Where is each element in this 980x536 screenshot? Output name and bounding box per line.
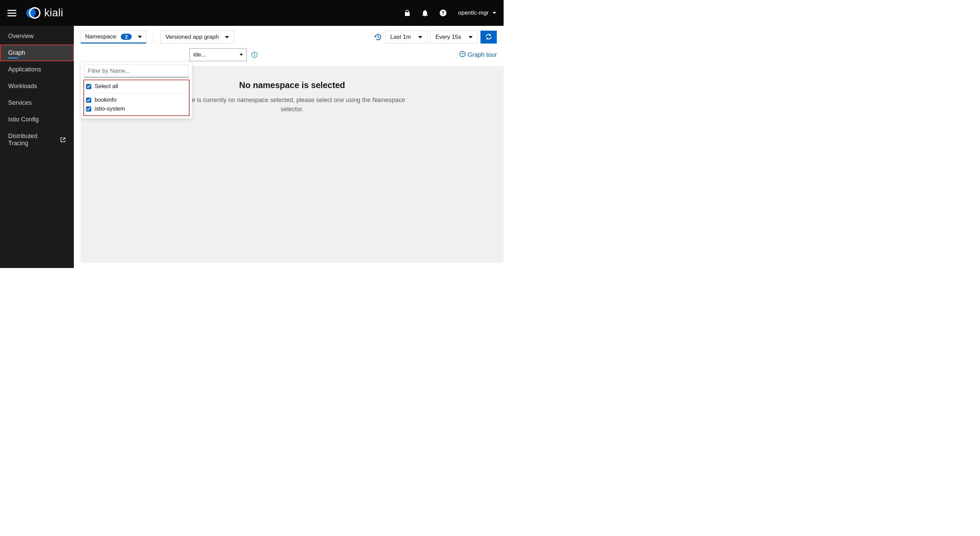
namespace-filter-input[interactable] — [84, 65, 189, 78]
caret-down-icon — [418, 36, 422, 38]
svg-rect-6 — [254, 54, 255, 56]
history-icon[interactable] — [374, 33, 382, 41]
namespace-list-highlight: Select all bookinfo istio-system — [83, 79, 189, 116]
user-dropdown[interactable]: opentlc-mgr — [458, 10, 496, 16]
help-icon[interactable]: ? — [440, 10, 447, 16]
graph-type-label: Versioned app graph — [165, 34, 219, 40]
svg-text:?: ? — [461, 52, 464, 56]
hide-selector[interactable]: ide... — [189, 48, 247, 61]
select-all-label: Select all — [95, 83, 118, 90]
help-circle-icon: ? — [460, 51, 466, 59]
sidebar-item-services[interactable]: Services — [0, 95, 74, 111]
time-range-selector[interactable]: Last 1m — [385, 31, 427, 44]
namespace-count-badge: 2 — [121, 34, 132, 40]
user-label: opentlc-mgr — [458, 10, 488, 16]
sidebar-item-label: Istio Config — [8, 116, 39, 123]
graph-type-selector[interactable]: Versioned app graph — [160, 31, 234, 44]
refresh-interval-label: Every 15s — [435, 34, 461, 40]
namespace-selector[interactable]: Namespace: 2 — [81, 31, 146, 44]
bell-icon[interactable] — [422, 10, 428, 16]
divider — [153, 32, 153, 42]
namespace-checkbox[interactable] — [86, 98, 91, 103]
sidebar-item-distributed-tracing[interactable]: Distributed Tracing — [0, 128, 74, 152]
caret-down-icon — [240, 54, 243, 56]
caret-down-icon — [138, 36, 142, 38]
sidebar-item-label: Applications — [8, 66, 41, 73]
time-range-label: Last 1m — [390, 34, 411, 40]
masthead: kiali ? opentlc-mgr — [0, 0, 504, 26]
lock-icon[interactable] — [404, 10, 410, 16]
brand-text: kiali — [44, 7, 63, 19]
empty-state: No namespace is selected There is curren… — [170, 80, 415, 114]
sidebar: Overview Graph Applications Workloads Se… — [0, 26, 74, 268]
sidebar-item-label: Services — [8, 99, 32, 106]
sidebar-item-applications[interactable]: Applications — [0, 61, 74, 78]
empty-state-title: No namespace is selected — [170, 80, 415, 90]
refresh-button[interactable] — [480, 31, 497, 44]
hamburger-menu[interactable] — [8, 10, 16, 16]
sidebar-item-graph[interactable]: Graph — [0, 44, 74, 61]
sidebar-item-label: Overview — [8, 33, 34, 40]
namespace-label: Namespace: — [85, 33, 118, 40]
info-icon[interactable] — [251, 52, 258, 58]
sidebar-item-label: Graph — [8, 49, 25, 57]
caret-down-icon — [493, 12, 496, 14]
sidebar-item-istio-config[interactable]: Istio Config — [0, 111, 74, 128]
brand[interactable]: kiali — [26, 6, 63, 19]
hide-label: ide... — [193, 51, 206, 58]
caret-down-icon — [469, 36, 473, 38]
namespace-dropdown-panel: Select all bookinfo istio-system — [81, 62, 192, 119]
external-link-icon — [60, 137, 66, 143]
masthead-tools: ? opentlc-mgr — [404, 10, 496, 16]
namespace-item-label: istio-system — [95, 105, 125, 112]
caret-down-icon — [225, 36, 229, 38]
svg-text:?: ? — [442, 10, 445, 16]
namespace-item-istio-system[interactable]: istio-system — [86, 105, 187, 113]
sidebar-item-label: Workloads — [8, 82, 37, 90]
namespace-select-all[interactable]: Select all — [84, 80, 189, 94]
sidebar-item-label: Distributed Tracing — [8, 133, 57, 147]
empty-state-description: There is currently no namespace selected… — [170, 95, 415, 114]
namespace-item-bookinfo[interactable]: bookinfo — [86, 95, 187, 105]
select-all-checkbox[interactable] — [86, 84, 91, 89]
toolbar-secondary: Select all bookinfo istio-system — [74, 44, 504, 66]
kiali-logo-icon — [26, 6, 41, 19]
graph-tour-link[interactable]: ? Graph tour — [460, 51, 497, 59]
sidebar-item-workloads[interactable]: Workloads — [0, 78, 74, 95]
namespace-item-label: bookinfo — [95, 97, 116, 103]
svg-point-5 — [254, 53, 255, 54]
main: Namespace: 2 Versioned app graph Last 1m — [74, 26, 504, 268]
toolbar: Namespace: 2 Versioned app graph Last 1m — [74, 26, 504, 44]
graph-tour-label: Graph tour — [468, 51, 497, 59]
refresh-interval-selector[interactable]: Every 15s — [430, 31, 478, 44]
sidebar-item-overview[interactable]: Overview — [0, 28, 74, 44]
refresh-icon — [485, 33, 492, 41]
namespace-checkbox[interactable] — [86, 106, 91, 111]
